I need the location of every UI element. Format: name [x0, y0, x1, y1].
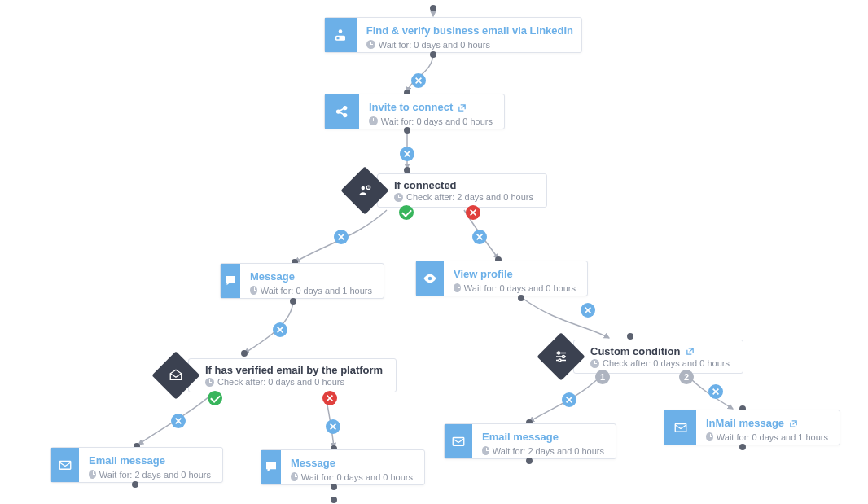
node-wait: Check after: 0 days and 0 hours [603, 358, 730, 368]
node-title: Invite to connect [369, 101, 453, 115]
port [526, 458, 533, 464]
delete-edge-icon[interactable] [708, 384, 723, 399]
node-wait: Wait for: 2 days and 0 hours [99, 469, 211, 480]
node-title: If has verified email by the platform [205, 364, 383, 376]
node-if-connected[interactable]: ? If connected Check after: 2 days and 0… [348, 173, 547, 208]
svg-point-9 [428, 277, 432, 281]
node-view-profile[interactable]: View profile Wait for: 0 days and 0 hour… [415, 261, 588, 296]
node-wait: Check after: 2 days and 0 hours [406, 192, 533, 202]
delete-edge-icon[interactable] [334, 230, 349, 244]
svg-rect-15 [675, 424, 686, 432]
branch-no-icon [322, 391, 337, 405]
node-email-2[interactable]: Email message Wait for: 2 days and 0 hou… [444, 423, 616, 459]
clock-icon [205, 378, 214, 387]
external-link-icon[interactable] [789, 419, 798, 428]
linkedin-icon [325, 18, 357, 52]
node-message-yes[interactable]: Message Wait for: 0 days and 1 hours [220, 263, 384, 299]
port [404, 127, 410, 134]
svg-rect-10 [59, 462, 71, 470]
branch-number: 1 [595, 370, 610, 384]
delete-edge-icon[interactable] [562, 392, 576, 407]
port [132, 481, 138, 488]
port [290, 298, 296, 305]
branch-no-icon [466, 205, 480, 220]
node-wait: Wait for: 0 days and 0 hours [301, 471, 413, 483]
svg-point-12 [563, 356, 565, 358]
clock-icon [394, 193, 403, 202]
node-title: Find & verify business email via LinkedI… [366, 24, 573, 38]
node-message-no[interactable]: Message Wait for: 0 days and 0 hours [261, 449, 425, 485]
port [331, 484, 337, 490]
workflow-canvas[interactable]: Find & verify business email via LinkedI… [0, 0, 868, 504]
svg-point-0 [339, 29, 343, 33]
svg-point-11 [558, 352, 560, 354]
clock-icon [590, 359, 599, 368]
external-link-icon[interactable] [458, 103, 467, 112]
delete-edge-icon[interactable] [400, 147, 414, 161]
delete-edge-icon[interactable] [171, 414, 186, 428]
svg-rect-14 [453, 438, 464, 446]
eye-icon [416, 261, 444, 296]
branch-number: 2 [679, 370, 694, 384]
node-inmail[interactable]: InMail message Wait for: 0 days and 1 ho… [664, 410, 840, 445]
node-title: Message [250, 270, 295, 284]
mail-icon [664, 410, 696, 445]
node-email-yes[interactable]: Email message Wait for: 2 days and 0 hou… [50, 447, 223, 483]
port [331, 497, 337, 503]
branch-yes-icon [399, 205, 414, 220]
node-find-email[interactable]: Find & verify business email via LinkedI… [324, 17, 582, 53]
delete-edge-icon[interactable] [472, 230, 487, 244]
external-link-icon[interactable] [686, 347, 695, 356]
node-wait: Wait for: 0 days and 1 hours [261, 285, 372, 296]
mail-icon [51, 448, 79, 482]
port [627, 333, 633, 340]
port [739, 444, 746, 450]
node-title: InMail message [706, 417, 784, 431]
clock-icon [89, 470, 96, 479]
delete-edge-icon[interactable] [581, 303, 595, 318]
share-icon [325, 94, 359, 129]
node-wait: Wait for: 2 days and 0 hours [493, 445, 604, 457]
port [241, 350, 248, 357]
node-title: Message [291, 457, 335, 471]
delete-edge-icon[interactable] [273, 322, 287, 337]
node-wait: Wait for: 0 days and 0 hours [464, 283, 576, 294]
node-title: Email message [89, 454, 165, 468]
clock-icon [366, 40, 375, 49]
clock-icon [482, 446, 489, 455]
svg-text:?: ? [367, 186, 369, 190]
clock-icon [454, 283, 461, 292]
clock-icon [250, 286, 257, 295]
node-wait: Wait for: 0 days and 0 hours [379, 39, 490, 50]
node-wait: Check after: 0 days and 0 hours [217, 377, 344, 387]
clock-icon [369, 116, 378, 125]
chat-icon [221, 264, 240, 298]
node-wait: Wait for: 0 days and 1 hours [717, 432, 828, 443]
port [404, 167, 410, 173]
svg-rect-2 [337, 37, 340, 39]
delete-edge-icon[interactable] [326, 419, 340, 434]
chat-icon [261, 450, 281, 484]
svg-point-13 [559, 359, 561, 362]
clock-icon [706, 432, 713, 441]
clock-icon [291, 472, 298, 481]
delete-edge-icon[interactable] [411, 73, 426, 88]
node-title: If connected [394, 179, 457, 191]
svg-point-6 [362, 186, 366, 191]
node-title: Email message [482, 431, 559, 445]
port [430, 51, 436, 58]
mail-icon [445, 424, 472, 458]
node-title: Custom condition [590, 345, 681, 357]
port [430, 5, 436, 11]
port [518, 295, 524, 301]
node-custom-condition[interactable]: Custom condition Check after: 0 days and… [544, 340, 743, 374]
node-title: View profile [454, 268, 513, 282]
branch-yes-icon [208, 391, 222, 405]
node-invite[interactable]: Invite to connect Wait for: 0 days and 0… [324, 94, 505, 129]
node-wait: Wait for: 0 days and 0 hours [381, 116, 493, 127]
node-if-verified[interactable]: If has verified email by the platform Ch… [159, 358, 397, 392]
